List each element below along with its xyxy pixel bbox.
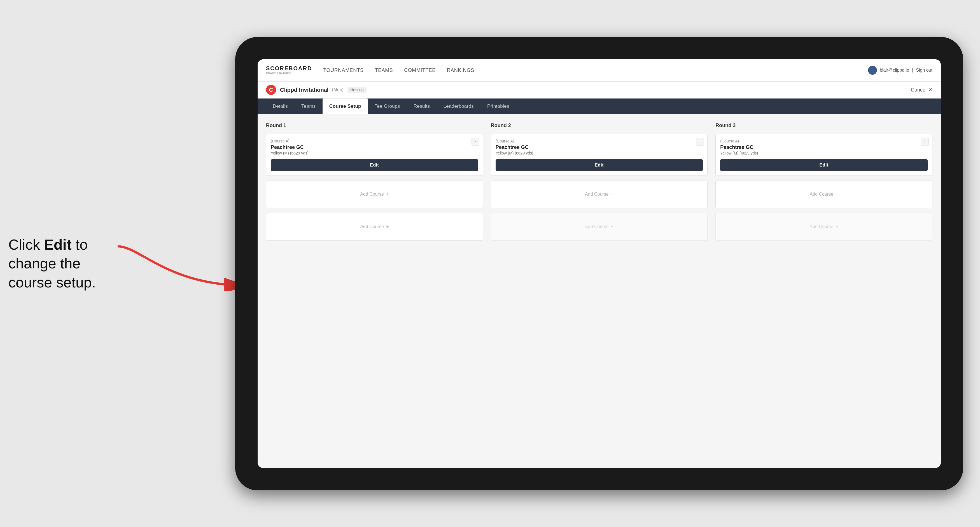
nav-user: blair@clippd.io | Sign out: [868, 66, 932, 75]
nav-teams[interactable]: TEAMS: [375, 67, 393, 73]
round-1-add-course-1-label: Add Course: [360, 192, 384, 197]
round-1-column: Round 1 ⋮ (Course A) Peachtree GC Yellow…: [266, 122, 483, 241]
round-3-delete-button[interactable]: ⋮: [921, 138, 929, 146]
cancel-icon: ✕: [928, 87, 932, 93]
tab-details[interactable]: Details: [266, 98, 294, 114]
tablet-screen: SCOREBOARD Powered by clippd TOURNAMENTS…: [258, 59, 941, 468]
round-2-add-icon-2: +: [611, 224, 614, 229]
round-3-column: Round 3 ⋮ (Course A) Peachtree GC Yellow…: [715, 122, 932, 241]
round-3-add-course-1-label: Add Course: [810, 192, 834, 197]
nav-links: TOURNAMENTS TEAMS COMMITTEE RANKINGS: [323, 67, 868, 73]
round-1-course-tee: Yellow (M) (6629 yds): [271, 151, 478, 156]
tab-course-setup[interactable]: Course Setup: [323, 98, 368, 114]
tabs-bar: Details Teams Course Setup Tee Groups Re…: [258, 98, 941, 114]
round-3-add-course-2-label: Add Course: [810, 224, 834, 229]
round-3-course-card: ⋮ (Course A) Peachtree GC Yellow (M) (66…: [715, 134, 932, 176]
round-3-course-label: (Course A): [720, 139, 928, 143]
round-2-add-course-1-label: Add Course: [585, 192, 609, 197]
round-2-title: Round 2: [491, 122, 708, 129]
nav-tournaments[interactable]: TOURNAMENTS: [323, 67, 363, 73]
round-1-add-icon-2: +: [386, 224, 389, 229]
instruction-prefix: Click: [8, 236, 44, 252]
round-2-course-name: Peachtree GC: [496, 144, 703, 150]
round-3-add-icon-1: +: [835, 192, 838, 197]
round-2-column: Round 2 ⋮ (Course A) Peachtree GC Yellow…: [491, 122, 708, 241]
round-2-add-course-2: Add Course +: [491, 213, 708, 241]
user-email: blair@clippd.io: [880, 68, 909, 73]
round-3-course-name: Peachtree GC: [720, 144, 928, 150]
round-2-delete-button[interactable]: ⋮: [696, 138, 704, 146]
round-2-edit-button[interactable]: Edit: [496, 159, 703, 171]
round-1-course-label: (Course A): [271, 139, 478, 143]
round-2-add-course-2-label: Add Course: [585, 224, 609, 229]
round-2-add-icon-1: +: [611, 192, 614, 197]
round-2-course-card: ⋮ (Course A) Peachtree GC Yellow (M) (66…: [491, 134, 708, 176]
tournament-name: Clippd Invitational: [280, 87, 328, 93]
scoreboard-logo: SCOREBOARD Powered by clippd: [266, 65, 312, 75]
round-1-add-course-2[interactable]: Add Course +: [266, 213, 483, 241]
round-3-add-icon-2: +: [835, 224, 838, 229]
main-content: Round 1 ⋮ (Course A) Peachtree GC Yellow…: [258, 114, 941, 468]
tab-leaderboards[interactable]: Leaderboards: [436, 98, 480, 114]
user-avatar: [868, 66, 877, 75]
instruction-text: Click Edit tochange thecourse setup.: [8, 235, 143, 292]
tournament-gender: (Men): [332, 87, 344, 92]
tablet-frame: SCOREBOARD Powered by clippd TOURNAMENTS…: [235, 37, 963, 490]
tab-teams[interactable]: Teams: [294, 98, 323, 114]
round-1-delete-button[interactable]: ⋮: [471, 138, 479, 146]
round-2-add-course-1[interactable]: Add Course +: [491, 180, 708, 208]
cancel-button[interactable]: Cancel ✕: [911, 87, 932, 93]
rounds-grid: Round 1 ⋮ (Course A) Peachtree GC Yellow…: [266, 122, 932, 241]
nav-committee[interactable]: COMMITTEE: [404, 67, 436, 73]
round-1-add-course-2-label: Add Course: [360, 224, 384, 229]
round-3-add-course-2: Add Course +: [715, 213, 932, 241]
tournament-logo-icon: C: [266, 85, 276, 95]
round-2-course-tee: Yellow (M) (6629 yds): [496, 151, 703, 156]
top-nav: SCOREBOARD Powered by clippd TOURNAMENTS…: [258, 59, 941, 82]
round-3-edit-button[interactable]: Edit: [720, 159, 928, 171]
logo-title: SCOREBOARD: [266, 65, 312, 71]
round-3-title: Round 3: [715, 122, 932, 129]
tab-tee-groups[interactable]: Tee Groups: [368, 98, 407, 114]
sign-out-link[interactable]: Sign out: [916, 68, 932, 73]
nav-rankings[interactable]: RANKINGS: [447, 67, 474, 73]
round-2-course-label: (Course A): [496, 139, 703, 143]
tab-results[interactable]: Results: [407, 98, 437, 114]
round-1-course-name: Peachtree GC: [271, 144, 478, 150]
tab-printables[interactable]: Printables: [480, 98, 516, 114]
nav-separator: |: [912, 68, 913, 73]
tournament-bar: C Clippd Invitational (Men) Hosting Canc…: [258, 82, 941, 98]
round-1-edit-button[interactable]: Edit: [271, 159, 478, 171]
round-1-course-card: ⋮ (Course A) Peachtree GC Yellow (M) (66…: [266, 134, 483, 176]
tournament-badge: Hosting: [347, 87, 366, 93]
instruction-bold: Edit: [44, 236, 72, 252]
round-1-add-icon-1: +: [386, 192, 389, 197]
logo-sub: Powered by clippd: [266, 71, 312, 75]
round-1-add-course-1[interactable]: Add Course +: [266, 180, 483, 208]
round-3-add-course-1[interactable]: Add Course +: [715, 180, 932, 208]
round-3-course-tee: Yellow (M) (6629 yds): [720, 151, 928, 156]
round-1-title: Round 1: [266, 122, 483, 129]
